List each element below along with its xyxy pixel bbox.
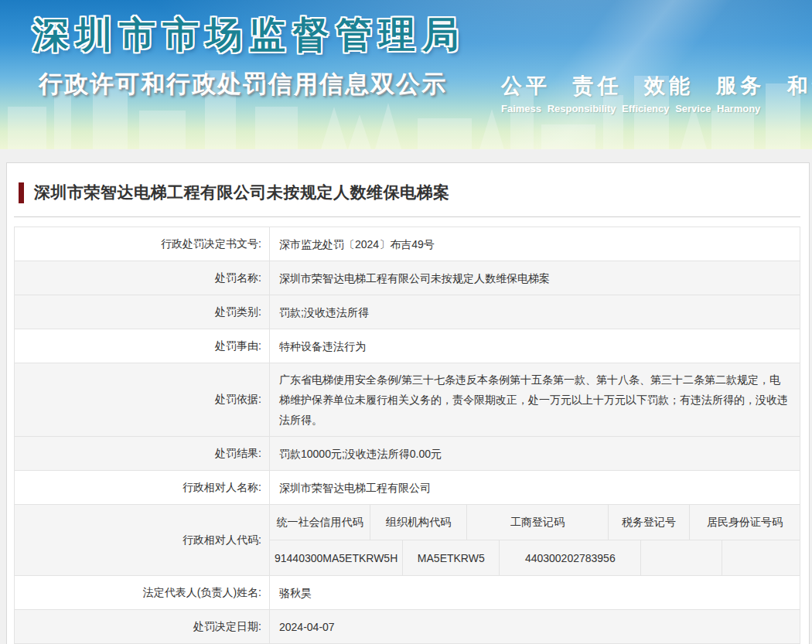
row-legal-representative: 法定代表人(负责人)姓名: 骆秋昊	[15, 576, 800, 610]
row-party-codes: 行政相对人代码: 统一社会信用代码 组织机构代码 工商登记码 税务登记号 居民身…	[15, 505, 800, 576]
codes-header: 税务登记号	[609, 505, 690, 540]
field-label: 行政相对人代码:	[15, 505, 270, 575]
codes-value-row: 91440300MA5ETKRW5H MA5ETKRW5 44030020278…	[270, 540, 800, 575]
codes-value: 440300202783956	[500, 540, 641, 575]
field-value: 罚款10000元;没收违法所得0.00元	[270, 437, 800, 470]
case-title-section: 深圳市荣智达电梯工程有限公司未按规定人数维保电梯案	[14, 163, 800, 217]
case-title: 深圳市荣智达电梯工程有限公司未按规定人数维保电梯案	[34, 182, 450, 203]
field-value: 深圳市荣智达电梯工程有限公司	[270, 471, 800, 504]
row-penalty-reason: 处罚事由: 特种设备违法行为	[15, 329, 800, 363]
header-banner: 深圳市市场监督管理局 行政许可和行政处罚信用信息双公示 公平 责任 效能 服务 …	[0, 0, 812, 149]
field-label: 法定代表人(负责人)姓名:	[15, 576, 270, 609]
row-decision-doc-number: 行政处罚决定书文号: 深市监龙处罚〔2024〕布吉49号	[15, 227, 800, 261]
codes-value	[722, 540, 800, 575]
row-party-name: 行政相对人名称: 深圳市荣智达电梯工程有限公司	[15, 471, 800, 505]
field-label: 处罚依据:	[15, 363, 270, 436]
slogan-english: Faimess Responsibility Efficiency Servic…	[501, 103, 795, 114]
field-value: 特种设备违法行为	[270, 329, 800, 363]
field-value: 广东省电梯使用安全条例/第三十七条违反本条例第十五条第一款、第十八条、第三十二条…	[270, 363, 800, 436]
codes-header: 组织机构代码	[370, 505, 467, 540]
field-value: 罚款;没收违法所得	[270, 295, 800, 329]
field-label: 处罚名称:	[15, 261, 270, 295]
site-title: 深圳市市场监督管理局	[32, 11, 466, 60]
row-penalty-result: 处罚结果: 罚款10000元;没收违法所得0.00元	[15, 437, 800, 471]
content-card: 深圳市荣智达电梯工程有限公司未按规定人数维保电梯案 行政处罚决定书文号: 深市监…	[6, 162, 810, 644]
row-penalty-basis: 处罚依据: 广东省电梯使用安全条例/第三十七条违反本条例第十五条第一款、第十八条…	[15, 363, 800, 437]
field-label: 处罚决定日期:	[15, 610, 270, 643]
field-value: 深市监龙处罚〔2024〕布吉49号	[270, 227, 800, 261]
field-label: 行政相对人名称:	[15, 471, 270, 504]
field-value: 骆秋昊	[270, 576, 800, 609]
field-value: 深圳市荣智达电梯工程有限公司未按规定人数维保电梯案	[270, 261, 800, 295]
row-penalty-name: 处罚名称: 深圳市荣智达电梯工程有限公司未按规定人数维保电梯案	[15, 261, 800, 295]
field-value: 2024-04-07	[270, 610, 800, 643]
field-label: 处罚结果:	[15, 437, 270, 470]
codes-value: 91440300MA5ETKRW5H	[270, 540, 403, 575]
slogan-block: 公平 责任 效能 服务 和谐 Faimess Responsibility Ef…	[501, 72, 795, 114]
field-label: 处罚事由:	[15, 329, 270, 363]
field-label: 处罚类别:	[15, 295, 270, 329]
codes-header: 工商登记码	[467, 505, 609, 540]
codes-header-row: 统一社会信用代码 组织机构代码 工商登记码 税务登记号 居民身份证号码	[270, 505, 800, 540]
penalty-info-table: 行政处罚决定书文号: 深市监龙处罚〔2024〕布吉49号 处罚名称: 深圳市荣智…	[14, 227, 800, 644]
site-subtitle: 行政许可和行政处罚信用信息双公示	[39, 68, 447, 101]
party-codes-subtable: 统一社会信用代码 组织机构代码 工商登记码 税务登记号 居民身份证号码 9144…	[270, 505, 800, 575]
codes-header: 居民身份证号码	[690, 505, 800, 540]
row-penalty-category: 处罚类别: 罚款;没收违法所得	[15, 295, 800, 329]
codes-header: 统一社会信用代码	[270, 505, 370, 540]
field-label: 行政处罚决定书文号:	[15, 227, 270, 261]
slogan-chinese: 公平 责任 效能 服务 和谐	[501, 72, 795, 100]
codes-value: MA5ETKRW5	[403, 540, 500, 575]
row-decision-date: 处罚决定日期: 2024-04-07	[15, 610, 800, 644]
title-accent-bar	[19, 182, 24, 203]
codes-value	[641, 540, 722, 575]
